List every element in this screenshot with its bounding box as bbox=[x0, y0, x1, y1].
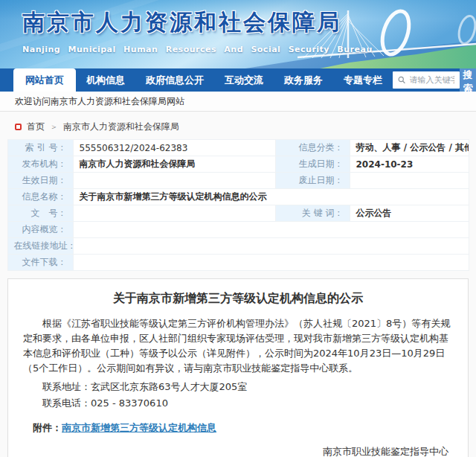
info-name-label: 信息名称： bbox=[7, 189, 73, 205]
welcome-bar: 欢迎访问南京市人力资源和社会保障局网站 bbox=[0, 92, 476, 112]
article-title: 关于南京市新增第三方等级认定机构信息的公示 bbox=[23, 291, 453, 307]
created-date-value: 2024-10-23 bbox=[350, 156, 469, 173]
tab-services[interactable]: 政务服务 bbox=[274, 68, 333, 92]
breadcrumb: 首页 ＞ 南京市人力资源和社会保障局 bbox=[15, 121, 476, 133]
expiry-date-value bbox=[350, 173, 469, 189]
attachment-label: 附件： bbox=[33, 422, 62, 433]
breadcrumb-current: 南京市人力资源和社会保障局 bbox=[63, 121, 179, 133]
tab-home[interactable]: 网站首页 bbox=[13, 68, 76, 92]
header-banner: 南京市人力资源和社会保障局 Nanjing Municipal Human Re… bbox=[0, 0, 476, 68]
keyword-value: 公示公告 bbox=[350, 205, 469, 222]
home-icon bbox=[15, 124, 22, 130]
tab-org-info[interactable]: 机构信息 bbox=[76, 68, 135, 92]
expiry-date-label: 废止日期： bbox=[275, 173, 350, 189]
attachment-link[interactable]: 南京市新增第三方等级认定机构信息 bbox=[62, 422, 216, 433]
info-name-value: 关于南京市新增第三方等级认定机构信息的公示 bbox=[73, 189, 469, 205]
signature-org: 南京市职业技能鉴定指导中心 bbox=[23, 445, 453, 457]
index-number-label: 索 引 号： bbox=[7, 140, 73, 156]
doc-number-label: 文 号： bbox=[7, 205, 73, 222]
doc-number-value bbox=[73, 205, 275, 222]
contact-address: 联系地址：玄武区北京东路63号人才大厦205室 bbox=[23, 379, 453, 395]
search-box bbox=[393, 71, 460, 89]
effective-date-value bbox=[73, 173, 275, 189]
site-title: 南京市人力资源和社会保障局 bbox=[22, 7, 373, 38]
site-identity: 南京市人力资源和社会保障局 Nanjing Municipal Human Re… bbox=[22, 7, 373, 54]
table-row: 发布机构： 南京市人力资源和社会保障局 生成日期： 2024-10-23 bbox=[7, 156, 469, 173]
attachment-row: 附件：南京市新增第三方等级认定机构信息 bbox=[23, 421, 453, 435]
breadcrumb-separator: ＞ bbox=[50, 121, 58, 132]
tab-special-topics[interactable]: 专题专栏 bbox=[333, 68, 393, 92]
table-row: 文 号： 关 键 词： 公示公告 bbox=[7, 205, 469, 222]
publisher-label: 发布机构： bbox=[7, 156, 73, 173]
file-download-value bbox=[73, 255, 469, 271]
category-label: 信息分类： bbox=[275, 140, 350, 156]
breadcrumb-home[interactable]: 首页 bbox=[27, 121, 45, 133]
publisher-value: 南京市人力资源和社会保障局 bbox=[73, 156, 275, 173]
main-nav: 网站首页 机构信息 政府信息公开 互动交流 政务服务 专题专栏 搜索 bbox=[0, 68, 476, 92]
category-value: 劳动、人事 / 公示公告 / 其他 bbox=[350, 140, 469, 156]
file-download-label: 文件下载： bbox=[7, 255, 73, 271]
effective-date-label: 生效日期： bbox=[7, 173, 73, 189]
article-paragraph: 根据《江苏省职业技能等级认定第三方评价机构管理办法》（苏人社规〔2021〕8号）… bbox=[23, 316, 453, 376]
contact-phone: 联系电话：025 - 83370610 bbox=[23, 395, 453, 412]
tab-interaction[interactable]: 互动交流 bbox=[214, 68, 274, 92]
table-row: 生效日期： 废止日期： bbox=[7, 173, 469, 189]
table-row: 在线链接地址： bbox=[7, 238, 469, 255]
table-row: 内容概览： bbox=[7, 222, 469, 238]
online-link-label: 在线链接地址： bbox=[7, 238, 73, 255]
search-button[interactable]: 搜索 bbox=[460, 68, 476, 92]
table-row: 文件下载： bbox=[7, 255, 469, 271]
created-date-label: 生成日期： bbox=[275, 156, 350, 173]
table-row: 索 引 号： 555506312/2024-62383 信息分类： 劳动、人事 … bbox=[7, 140, 469, 156]
article-content: 关于南京市新增第三方等级认定机构信息的公示 根据《江苏省职业技能等级认定第三方评… bbox=[7, 278, 469, 457]
tab-gov-disclosure[interactable]: 政府信息公开 bbox=[135, 68, 214, 92]
search-icon bbox=[398, 75, 405, 85]
table-row: 信息名称： 关于南京市新增第三方等级认定机构信息的公示 bbox=[7, 189, 469, 205]
summary-value bbox=[73, 222, 469, 238]
keyword-label: 关 键 词： bbox=[275, 205, 350, 222]
site-title-english: Nanjing Municipal Human Resources And So… bbox=[22, 45, 373, 54]
summary-label: 内容概览： bbox=[7, 222, 73, 238]
search-input[interactable] bbox=[409, 75, 454, 85]
online-link-value bbox=[73, 238, 469, 255]
index-number-value: 555506312/2024-62383 bbox=[73, 140, 275, 156]
document-meta-table: 索 引 号： 555506312/2024-62383 信息分类： 劳动、人事 … bbox=[7, 139, 469, 271]
